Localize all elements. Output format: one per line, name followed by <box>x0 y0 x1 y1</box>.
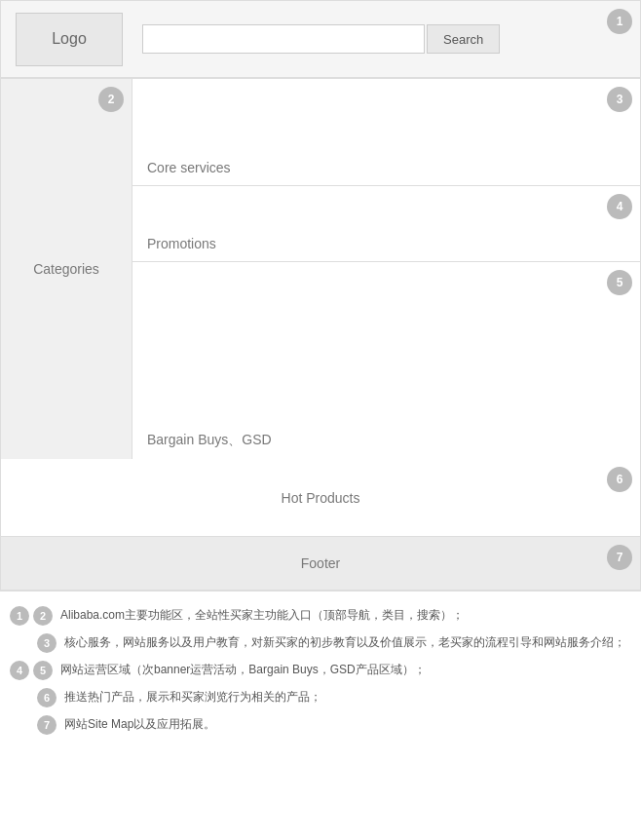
bargain-block: 5 Bargain Buys、GSD <box>132 262 640 459</box>
ann-badges-4: 6 <box>37 688 57 707</box>
footer-label: Footer <box>301 555 340 571</box>
promotions-block: 4 Promotions <box>132 186 640 262</box>
annotation-row-5: 7 网站Site Map以及应用拓展。 <box>10 715 631 735</box>
badge-6: 6 <box>607 467 632 492</box>
annotation-row-3: 4 5 网站运营区域（次banner运营活动，Bargain Buys，GSD产… <box>10 661 631 680</box>
sidebar: 2 Categories <box>1 79 132 459</box>
ann-badges-5: 7 <box>37 715 57 735</box>
ann-badge-1b: 2 <box>33 606 53 626</box>
badge-5: 5 <box>607 270 632 295</box>
badge-2: 2 <box>98 87 124 112</box>
annotation-text-1: Alibaba.com主要功能区，全站性买家主功能入口（顶部导航，类目，搜索）； <box>60 606 464 624</box>
badge-3: 3 <box>607 87 632 112</box>
annotation-text-4: 推送热门产品，展示和买家浏览行为相关的产品； <box>64 688 321 706</box>
annotation-row-2: 3 核心服务，网站服务以及用户教育，对新买家的初步教育以及价值展示，老买家的流程… <box>10 633 631 653</box>
ann-badge-4a: 6 <box>37 688 57 707</box>
annotations: 1 2 Alibaba.com主要功能区，全站性买家主功能入口（顶部导航，类目，… <box>0 591 641 757</box>
annotation-row-1: 1 2 Alibaba.com主要功能区，全站性买家主功能入口（顶部导航，类目，… <box>10 606 631 626</box>
bargain-label: Bargain Buys、GSD <box>147 432 272 449</box>
ann-badge-3a: 4 <box>10 661 29 680</box>
badge-7: 7 <box>607 545 632 570</box>
logo: Logo <box>16 13 123 66</box>
ann-badges-3: 4 5 <box>10 661 53 680</box>
core-services-block: 3 Core services <box>132 79 640 186</box>
annotation-text-2: 核心服务，网站服务以及用户教育，对新买家的初步教育以及价值展示，老买家的流程引导… <box>64 633 625 651</box>
annotation-row-4: 6 推送热门产品，展示和买家浏览行为相关的产品； <box>10 688 631 707</box>
annotation-text-5: 网站Site Map以及应用拓展。 <box>64 715 215 733</box>
ann-badge-3b: 5 <box>33 661 53 680</box>
promotions-label: Promotions <box>147 236 216 251</box>
annotation-text-3: 网站运营区域（次banner运营活动，Bargain Buys，GSD产品区域）… <box>60 661 426 678</box>
main-layout: 2 Categories 3 Core services 4 Promotion… <box>0 78 641 459</box>
search-area: Search <box>142 24 625 54</box>
badge-4: 4 <box>607 194 632 219</box>
hot-products: 6 Hot Products <box>0 459 641 537</box>
sidebar-label: Categories <box>33 261 99 277</box>
content-area: 3 Core services 4 Promotions 5 Bargain B… <box>132 79 640 459</box>
logo-label: Logo <box>52 30 87 48</box>
ann-badge-5a: 7 <box>37 715 57 735</box>
ann-badges-2: 3 <box>37 633 57 653</box>
badge-1: 1 <box>607 9 632 34</box>
header: Logo Search 1 <box>0 0 641 78</box>
ann-badge-2a: 3 <box>37 633 57 653</box>
ann-badges-1: 1 2 <box>10 606 53 626</box>
ann-badge-1a: 1 <box>10 606 29 626</box>
hot-products-label: Hot Products <box>282 490 360 506</box>
footer: 7 Footer <box>0 537 641 591</box>
core-services-label: Core services <box>147 160 231 175</box>
search-input[interactable] <box>142 24 425 54</box>
search-button[interactable]: Search <box>427 24 500 54</box>
